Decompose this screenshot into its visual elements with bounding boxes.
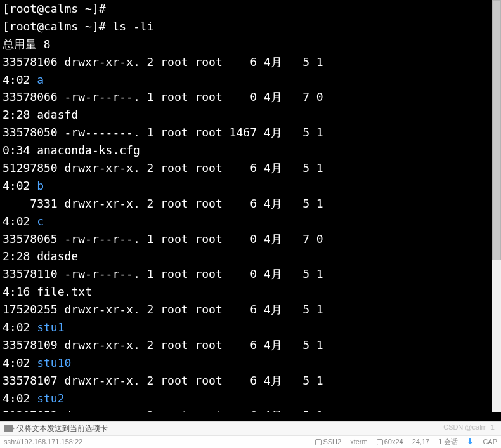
ls-entry-line1: 33578110 -rw-r--r--. 1 root root 0 4月 5 … (3, 265, 498, 283)
entry-name: stu1 (37, 320, 64, 334)
ls-entry-line1: 33578107 drwxr-xr-x. 2 root root 6 4月 5 … (3, 372, 498, 390)
entry-time: 2:28 (3, 108, 37, 121)
ls-entry-line1: 33578050 -rw-------. 1 root root 1467 4月… (3, 124, 498, 142)
ls-entry-line1: 33578066 -rw-r--r--. 1 root root 0 4月 7 … (3, 88, 498, 106)
entry-time: 4:02 (3, 214, 37, 228)
command-text: ls -li (112, 20, 153, 33)
ls-entry-line2: 2:28 ddasde (3, 247, 498, 265)
status-cap: CAP (483, 437, 497, 447)
ls-entry-line1: 33578109 drwxr-xr-x. 2 root root 6 4月 5 … (3, 336, 498, 354)
entry-time: 4:02 (3, 320, 37, 334)
ls-entry-line1: 33578065 -rw-r--r--. 1 root root 0 4月 7 … (3, 230, 498, 248)
hint-bar: 仅将文本发送到当前选项卡 (0, 421, 501, 435)
entry-name: adasfd (37, 108, 78, 121)
ls-entry-line2: 4:02 c (3, 213, 498, 230)
ls-entry-line1: 7331 drwxr-xr-x. 2 root root 6 4月 5 1 (3, 195, 498, 213)
ls-entry-line2: 4:02 a (3, 71, 498, 89)
entry-name: file.txt (37, 285, 92, 298)
ls-entry-line2: 4:02 stu1 (3, 319, 498, 336)
status-term: xterm (350, 437, 368, 447)
terminal-area[interactable]: [root@calms ~]# [root@calms ~]# ls -li总用… (0, 0, 501, 412)
entry-name: a (37, 73, 44, 86)
prompt: [root@calms ~]# (3, 20, 112, 33)
entry-time: 4:02 (3, 179, 37, 192)
total-line: 总用量 8 (3, 36, 498, 53)
entry-name: ddasde (37, 249, 78, 263)
status-pos: 24,17 (412, 437, 430, 447)
entry-name: stu10 (37, 356, 71, 369)
status-size: 60x24 (377, 437, 403, 447)
lock-icon (315, 439, 322, 445)
entry-time: 2:28 (3, 249, 37, 263)
send-text-icon (4, 425, 13, 432)
ls-entry-line1: 51297850 drwxr-xr-x. 2 root root 6 4月 5 … (3, 159, 498, 177)
entry-time: 4:02 (3, 392, 37, 405)
entry-time: 4:02 (3, 356, 37, 369)
scrollbar-track[interactable] (492, 0, 501, 412)
entry-time: 4:16 (3, 285, 37, 298)
ls-entry-line1: 51297852 drwxr-xr-x. 2 root root 6 4月 5 … (3, 407, 498, 412)
download-icon[interactable]: ⬇ (467, 435, 474, 448)
status-bar: ssh://192.168.171.158:22 SSH2 xterm 60x2… (0, 435, 501, 448)
ls-entry-line2: 0:34 anaconda-ks.cfg (3, 142, 498, 159)
ls-entry-line2: 4:16 file.txt (3, 283, 498, 301)
status-ssh: SSH2 (315, 437, 341, 447)
entry-name: stu2 (37, 392, 64, 405)
status-address: ssh://192.168.171.158:22 (4, 437, 82, 447)
ls-entry-line2: 4:02 b (3, 177, 498, 195)
prompt-line: [root@calms ~]# (3, 0, 498, 18)
ls-entry-line1: 17520255 drwxr-xr-x. 2 root root 6 4月 5 … (3, 301, 498, 319)
ls-entry-line2: 2:28 adasfd (3, 106, 498, 124)
grid-icon (377, 439, 383, 445)
ls-entry-line2: 4:02 stu10 (3, 354, 498, 372)
entry-name: anaconda-ks.cfg (37, 143, 140, 157)
prompt: [root@calms ~]# (3, 2, 112, 15)
hint-text: 仅将文本发送到当前选项卡 (16, 423, 108, 435)
prompt-line: [root@calms ~]# ls -li (3, 18, 498, 36)
ls-entry-line1: 33578106 drwxr-xr-x. 2 root root 6 4月 5 … (3, 53, 498, 71)
entry-time: 4:02 (3, 73, 37, 86)
status-session: 1 会话 (438, 437, 458, 447)
entry-name: b (37, 179, 44, 192)
scrollbar-thumb[interactable] (492, 0, 501, 260)
entry-name: c (37, 214, 44, 228)
entry-time: 0:34 (3, 143, 37, 157)
ls-entry-line2: 4:02 stu2 (3, 390, 498, 407)
terminal-output: [root@calms ~]# [root@calms ~]# ls -li总用… (3, 0, 498, 412)
